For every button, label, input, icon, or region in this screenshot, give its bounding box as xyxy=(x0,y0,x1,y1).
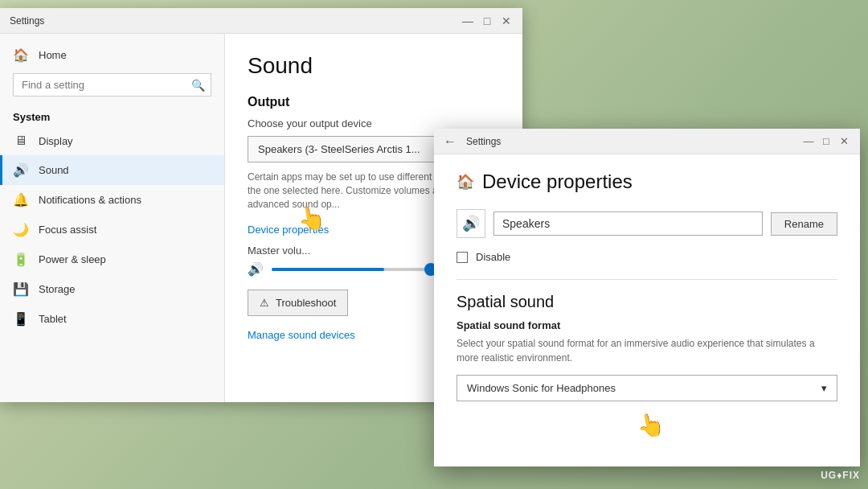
choose-device-label: Choose your output device xyxy=(248,117,500,129)
dp-body: 🏠 Device properties 🔊 Rename Disable Spa… xyxy=(434,154,860,466)
sound-page-title: Sound xyxy=(248,53,500,79)
rename-button[interactable]: Rename xyxy=(771,212,837,236)
dp-title-left: ← Settings xyxy=(444,134,501,149)
sidebar-storage-label: Storage xyxy=(39,283,76,295)
output-device-value: Speakers (3- SteelSeries Arctis 1... xyxy=(258,143,420,155)
dp-maximize-button[interactable]: □ xyxy=(820,135,833,148)
sidebar-tablet-label: Tablet xyxy=(39,313,67,325)
dp-title-text-label: Device properties xyxy=(482,171,633,193)
sidebar-item-home[interactable]: 🏠 Home xyxy=(0,40,224,70)
tablet-icon: 📱 xyxy=(13,311,29,327)
speaker-icon: 🔊 xyxy=(462,215,480,232)
search-box: 🔍 xyxy=(13,73,211,97)
storage-icon: 💾 xyxy=(13,281,29,297)
spatial-sound-heading: Spatial sound xyxy=(457,279,837,311)
search-icon: 🔍 xyxy=(191,79,205,92)
speaker-icon-box: 🔊 xyxy=(457,209,485,238)
disable-checkbox[interactable] xyxy=(457,252,468,263)
device-properties-window: ← Settings — □ ✕ 🏠 Device properties 🔊 R… xyxy=(434,129,860,466)
sidebar-item-display[interactable]: 🖥 Display xyxy=(0,126,224,155)
spatial-dropdown-arrow-icon: ▾ xyxy=(821,382,827,394)
main-window-controls: — □ ✕ xyxy=(461,14,513,27)
speakers-name-input[interactable] xyxy=(493,212,763,236)
home-label: Home xyxy=(39,49,67,61)
focus-icon: 🌙 xyxy=(13,222,29,237)
main-title-bar: Settings — □ ✕ xyxy=(0,8,522,34)
sidebar-item-focus[interactable]: 🌙 Focus assist xyxy=(0,215,224,244)
home-icon: 🏠 xyxy=(13,47,29,63)
dp-page-title: 🏠 Device properties xyxy=(457,171,837,193)
dp-minimize-button[interactable]: — xyxy=(802,135,815,148)
disable-row: Disable xyxy=(457,251,837,263)
sidebar-sound-label: Sound xyxy=(39,164,69,176)
search-input[interactable] xyxy=(13,73,211,97)
troubleshoot-button[interactable]: ⚠ Troubleshoot xyxy=(248,290,348,316)
sidebar-item-sound[interactable]: 🔊 Sound xyxy=(0,155,224,185)
display-icon: 🖥 xyxy=(13,134,29,148)
speakers-row: 🔊 Rename xyxy=(457,209,837,238)
minimize-button[interactable]: — xyxy=(461,14,474,27)
dp-back-icon[interactable]: ← xyxy=(444,134,457,149)
sidebar: 🏠 Home 🔍 System 🖥 Display 🔊 Sound 🔔 Noti… xyxy=(0,34,225,402)
dp-window-title: Settings xyxy=(466,136,501,147)
dp-home-icon: 🏠 xyxy=(457,173,474,191)
spatial-info-text: Select your spatial sound format for an … xyxy=(457,336,837,365)
sidebar-item-tablet[interactable]: 📱 Tablet xyxy=(0,304,224,334)
sidebar-item-power[interactable]: 🔋 Power & sleep xyxy=(0,244,224,274)
maximize-button[interactable]: □ xyxy=(481,14,493,27)
dp-close-button[interactable]: ✕ xyxy=(837,135,850,148)
spatial-format-label: Spatial sound format xyxy=(457,319,837,331)
volume-speaker-icon: 🔊 xyxy=(248,261,264,277)
output-heading: Output xyxy=(248,95,500,109)
manage-sound-devices-link[interactable]: Manage sound devices xyxy=(248,329,355,341)
dp-controls: — □ ✕ xyxy=(802,135,850,148)
volume-slider[interactable] xyxy=(272,268,432,271)
sidebar-notifications-label: Notifications & actions xyxy=(39,194,141,206)
notifications-icon: 🔔 xyxy=(13,192,29,208)
dp-title-bar: ← Settings — □ ✕ xyxy=(434,129,860,154)
device-properties-link[interactable]: Device properties xyxy=(248,224,329,236)
sidebar-item-storage[interactable]: 💾 Storage xyxy=(0,274,224,304)
troubleshoot-label: Troubleshoot xyxy=(276,297,336,309)
spatial-sound-dropdown[interactable]: Windows Sonic for Headphones ▾ xyxy=(457,375,837,401)
sidebar-power-label: Power & sleep xyxy=(39,253,106,265)
sidebar-item-notifications[interactable]: 🔔 Notifications & actions xyxy=(0,185,224,215)
close-button[interactable]: ✕ xyxy=(500,14,513,27)
sidebar-focus-label: Focus assist xyxy=(39,224,96,236)
watermark: UG♦FIX xyxy=(821,470,860,481)
system-section-label: System xyxy=(0,106,224,126)
spatial-dropdown-value: Windows Sonic for Headphones xyxy=(467,382,616,394)
sound-icon: 🔊 xyxy=(13,162,29,178)
sidebar-display-label: Display xyxy=(39,135,73,147)
disable-label: Disable xyxy=(476,251,510,263)
troubleshoot-warning-icon: ⚠ xyxy=(260,297,269,309)
main-window-title: Settings xyxy=(10,15,44,27)
power-icon: 🔋 xyxy=(13,252,29,267)
